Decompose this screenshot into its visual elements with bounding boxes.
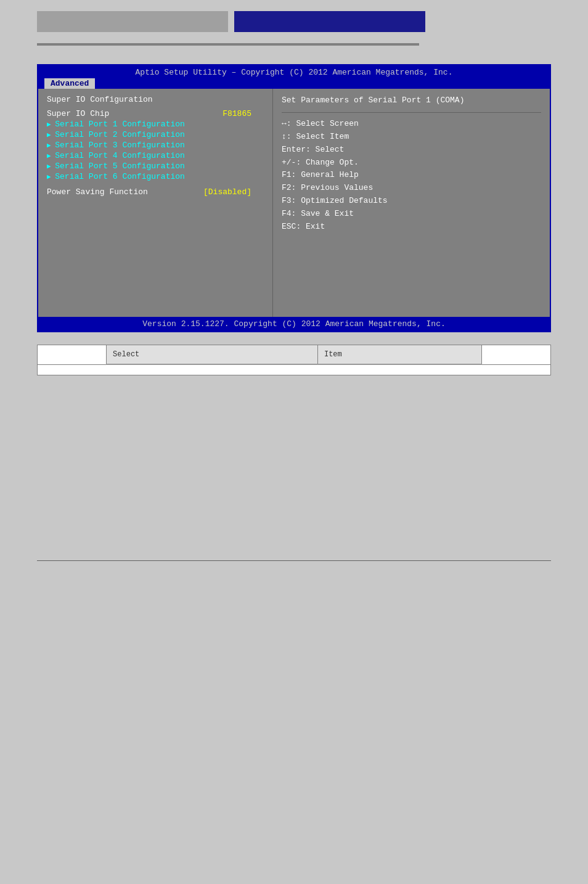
- key-hint-f4: F4: Save & Exit: [282, 208, 541, 221]
- key-hint-f3: F3: Optimized Defaults: [282, 195, 541, 208]
- cell-item: Item: [317, 345, 481, 365]
- tab-advanced[interactable]: Advanced: [44, 78, 95, 89]
- bottom-full-cell: [38, 364, 551, 375]
- submenu-serial4[interactable]: Serial Port 4 Configuration: [47, 151, 264, 160]
- key-hint-f1: F1: General Help: [282, 169, 541, 182]
- banner-underline: [37, 43, 419, 46]
- submenu-serial5[interactable]: Serial Port 5 Configuration: [47, 162, 264, 171]
- section-title: Super IO Configuration: [47, 95, 264, 104]
- bios-tab-row: Advanced: [38, 77, 550, 89]
- bios-title: Aptio Setup Utility – Copyright (C) 2012…: [136, 68, 453, 77]
- submenu-serial2-label: Serial Port 2 Configuration: [55, 130, 185, 139]
- power-saving-row: Power Saving Function [Disabled]: [47, 187, 264, 197]
- page-wrapper: Aptio Setup Utility – Copyright (C) 2012…: [0, 0, 588, 884]
- top-banner: [0, 0, 588, 43]
- bios-container: Aptio Setup Utility – Copyright (C) 2012…: [37, 64, 551, 332]
- banner-right: [234, 11, 425, 32]
- key-hint-item: ↕: Select Item: [282, 131, 541, 144]
- cell-item-text: Item: [324, 350, 342, 359]
- key-hint-screen: ↔: Select Screen: [282, 118, 541, 131]
- key-hint-esc: ESC: Exit: [282, 221, 541, 234]
- bios-right-panel: Set Parameters of Serial Port 1 (COMA) ↔…: [272, 89, 550, 317]
- super-io-label: Super IO Chip: [47, 109, 109, 118]
- bios-content: Super IO Configuration Super IO Chip F81…: [38, 89, 550, 317]
- bottom-table: Select Item: [37, 345, 551, 375]
- help-text: Set Parameters of Serial Port 1 (COMA): [282, 95, 541, 106]
- submenu-serial3[interactable]: Serial Port 3 Configuration: [47, 141, 264, 150]
- submenu-serial5-label: Serial Port 5 Configuration: [55, 162, 185, 171]
- submenu-serial6[interactable]: Serial Port 6 Configuration: [47, 172, 264, 181]
- bios-footer: Version 2.15.1227. Copyright (C) 2012 Am…: [38, 317, 550, 331]
- super-io-chip-row: Super IO Chip F81865: [47, 109, 264, 118]
- power-saving-value: [Disabled]: [203, 187, 251, 197]
- bios-footer-text: Version 2.15.1227. Copyright (C) 2012 Am…: [142, 319, 445, 329]
- key-hint-f2: F2: Previous Values: [282, 182, 541, 195]
- cell-select-text: Select: [113, 350, 139, 359]
- super-io-value: F81865: [223, 109, 251, 118]
- cell-empty-2: [481, 345, 550, 365]
- bottom-table-area: Select Item: [37, 345, 551, 375]
- cell-select: Select: [107, 345, 318, 365]
- submenu-serial2[interactable]: Serial Port 2 Configuration: [47, 130, 264, 139]
- cell-empty-1: [38, 345, 107, 365]
- submenu-serial1[interactable]: Serial Port 1 Configuration: [47, 120, 264, 129]
- banner-left: [37, 11, 228, 32]
- bottom-hr: [37, 560, 551, 561]
- submenu-serial6-label: Serial Port 6 Configuration: [55, 172, 185, 181]
- key-hints: ↔: Select Screen ↕: Select Item Enter: S…: [282, 118, 541, 233]
- key-hint-change: +/-: Change Opt.: [282, 157, 541, 170]
- submenu-serial4-label: Serial Port 4 Configuration: [55, 151, 185, 160]
- bottom-table-row2: [38, 364, 551, 375]
- power-saving-label: Power Saving Function: [47, 187, 148, 197]
- key-hint-enter: Enter: Select: [282, 144, 541, 157]
- keys-divider: [282, 112, 541, 113]
- bios-left-panel: Super IO Configuration Super IO Chip F81…: [38, 89, 272, 317]
- bottom-table-row1: Select Item: [38, 345, 551, 365]
- submenu-serial1-label: Serial Port 1 Configuration: [55, 120, 185, 129]
- bios-title-bar: Aptio Setup Utility – Copyright (C) 2012…: [38, 65, 550, 77]
- submenu-serial3-label: Serial Port 3 Configuration: [55, 141, 185, 150]
